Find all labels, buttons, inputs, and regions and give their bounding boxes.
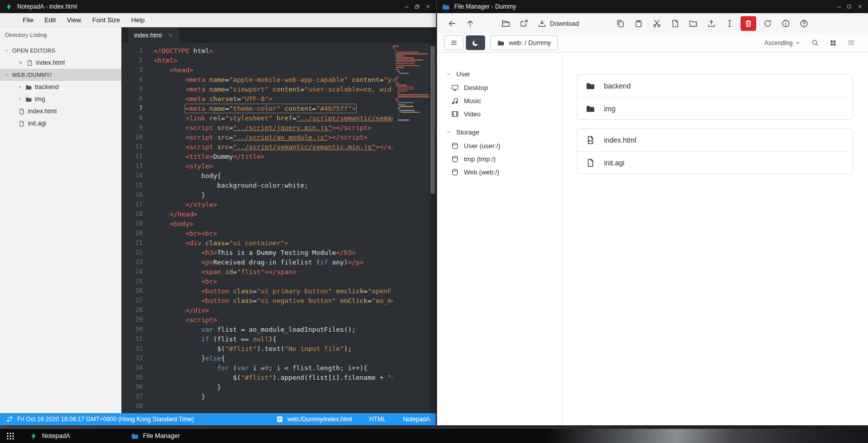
minimap-line bbox=[398, 91, 408, 92]
maximize-button[interactable] bbox=[847, 4, 852, 9]
minimap-line bbox=[396, 52, 419, 53]
status-file-path[interactable]: web:/Dummy/index.html bbox=[287, 416, 352, 423]
code-line: <script src="../script/ao_module.js"></s… bbox=[154, 132, 393, 142]
notepada-titlebar[interactable]: NotepadA - index.html bbox=[0, 0, 436, 13]
minimize-button[interactable] bbox=[836, 4, 842, 10]
help-icon bbox=[800, 19, 808, 28]
minimap-line bbox=[399, 73, 409, 74]
tree-item-web-dummy[interactable]: WEB:/DUMMY/ bbox=[0, 69, 121, 81]
back-button[interactable] bbox=[443, 16, 460, 31]
code-line: <!DOCTYPE html> bbox=[154, 46, 393, 56]
minimap-line bbox=[396, 100, 399, 102]
code-line: } bbox=[154, 382, 393, 392]
menu-help[interactable]: Help bbox=[125, 13, 150, 27]
minimap[interactable] bbox=[393, 46, 429, 122]
new-folder-button[interactable] bbox=[685, 16, 702, 31]
restore-button[interactable] bbox=[414, 4, 420, 10]
tree-item-index-html[interactable]: index.html bbox=[0, 105, 121, 117]
info-button[interactable] bbox=[777, 16, 795, 31]
help-button[interactable] bbox=[796, 16, 813, 31]
open-in-new-window-button[interactable] bbox=[515, 16, 532, 31]
sidebar-item-music[interactable]: Music bbox=[446, 94, 562, 107]
minimap-line bbox=[393, 48, 395, 49]
menu-file[interactable]: File bbox=[17, 13, 39, 27]
code-line: <link rel="stylesheet" href="../script/s… bbox=[154, 113, 393, 123]
new-file-button[interactable] bbox=[667, 16, 684, 31]
file-name: backend bbox=[604, 82, 631, 90]
minimap-line bbox=[396, 59, 423, 61]
menu-button[interactable] bbox=[444, 35, 463, 50]
breadcrumb[interactable]: web: / Dummy bbox=[490, 35, 558, 50]
paste-button[interactable] bbox=[630, 16, 647, 31]
sort-dropdown[interactable]: Ascending bbox=[764, 39, 801, 47]
scrollbar-thumb[interactable] bbox=[430, 46, 435, 194]
chevron-right-icon bbox=[17, 97, 22, 102]
cut-button[interactable] bbox=[648, 16, 666, 31]
up-button[interactable] bbox=[461, 16, 479, 31]
dark-mode-button[interactable] bbox=[466, 35, 485, 50]
file-row-img[interactable]: img bbox=[577, 97, 852, 119]
upload-button[interactable] bbox=[703, 16, 720, 31]
minimap-line bbox=[396, 53, 428, 55]
minimap-line bbox=[398, 86, 414, 88]
grid-view-button[interactable] bbox=[830, 39, 837, 47]
chevron-down-icon bbox=[446, 129, 452, 135]
tree-item-open-editors[interactable]: OPEN EDITORS bbox=[0, 45, 121, 57]
tree-item-index-html[interactable]: index.html bbox=[0, 57, 121, 69]
tree-item-init-agi[interactable]: init.agi bbox=[0, 117, 121, 129]
rename-button[interactable] bbox=[721, 16, 739, 31]
menu-font-size[interactable]: Font Size bbox=[86, 13, 125, 27]
search-button[interactable] bbox=[811, 39, 819, 47]
taskbar-item-file-manager[interactable]: File Manager bbox=[131, 432, 180, 440]
line-number: 27 bbox=[121, 296, 150, 305]
minimap-line bbox=[396, 98, 398, 100]
line-number: 8 bbox=[121, 113, 150, 123]
tree-item-backend[interactable]: backend bbox=[0, 81, 121, 93]
taskbar-item-label: File Manager bbox=[143, 432, 180, 439]
file-row-index-html[interactable]: index.html bbox=[577, 129, 852, 151]
menu-edit[interactable]: Edit bbox=[39, 13, 61, 27]
menu-view[interactable]: View bbox=[61, 13, 86, 27]
minimap-line bbox=[398, 102, 414, 104]
tab-index-html[interactable]: index.html bbox=[128, 27, 179, 43]
taskbar-item-notepada[interactable]: NotepadA bbox=[30, 432, 70, 440]
editor-scrollbar[interactable] bbox=[429, 43, 436, 413]
close-button[interactable] bbox=[857, 4, 863, 10]
open-button[interactable] bbox=[497, 16, 514, 31]
tree-item-label: init.agi bbox=[28, 120, 46, 127]
status-language[interactable]: HTML bbox=[369, 416, 386, 423]
line-number: 35 bbox=[121, 373, 150, 382]
minimap-line bbox=[396, 82, 399, 84]
drive-icon bbox=[451, 155, 459, 163]
status-time: Fri Oct 16 2020 18:06:17 GMT+0800 (Hong … bbox=[17, 416, 194, 423]
close-button[interactable] bbox=[425, 4, 431, 10]
code-editor[interactable]: 1234567891011121314151617181920212223242… bbox=[121, 43, 436, 413]
tree-item-img[interactable]: img bbox=[0, 93, 121, 105]
file-row-init-agi[interactable]: init.agi bbox=[577, 151, 852, 173]
tree-item-label: index.html bbox=[36, 59, 65, 66]
apps-grid-icon[interactable] bbox=[6, 432, 15, 440]
sidebar-group-storage[interactable]: Storage bbox=[446, 125, 562, 139]
sidebar-item-web-web[interactable]: Web (web:/) bbox=[446, 165, 562, 179]
minimap-line bbox=[399, 106, 413, 107]
minimap-line bbox=[398, 71, 400, 72]
sidebar-group-user[interactable]: User bbox=[446, 67, 562, 81]
sidebar-item-label: Video bbox=[464, 110, 481, 118]
refresh-button[interactable] bbox=[759, 16, 776, 31]
code-line: <body> bbox=[154, 219, 393, 229]
copy-button[interactable] bbox=[612, 16, 629, 31]
sidebar-item-user-user[interactable]: User (user:/) bbox=[446, 139, 562, 152]
sidebar-item-tmp-tmp[interactable]: tmp (tmp:/) bbox=[446, 152, 562, 165]
delete-button[interactable] bbox=[741, 16, 756, 31]
sidebar-item-desktop[interactable]: Desktop bbox=[446, 81, 562, 94]
sidebar-item-video[interactable]: Video bbox=[446, 107, 562, 120]
minimize-button[interactable] bbox=[404, 4, 409, 10]
minimap-line bbox=[396, 57, 413, 59]
file-row-backend[interactable]: backend bbox=[577, 75, 852, 97]
list-view-button[interactable] bbox=[847, 39, 855, 47]
file-manager-titlebar[interactable]: File Manager - Dummy bbox=[437, 0, 868, 13]
download-button[interactable]: Download bbox=[533, 16, 584, 31]
line-number: 31 bbox=[121, 334, 150, 344]
chevron-down-icon bbox=[446, 71, 452, 77]
tab-close-icon[interactable] bbox=[168, 33, 173, 38]
